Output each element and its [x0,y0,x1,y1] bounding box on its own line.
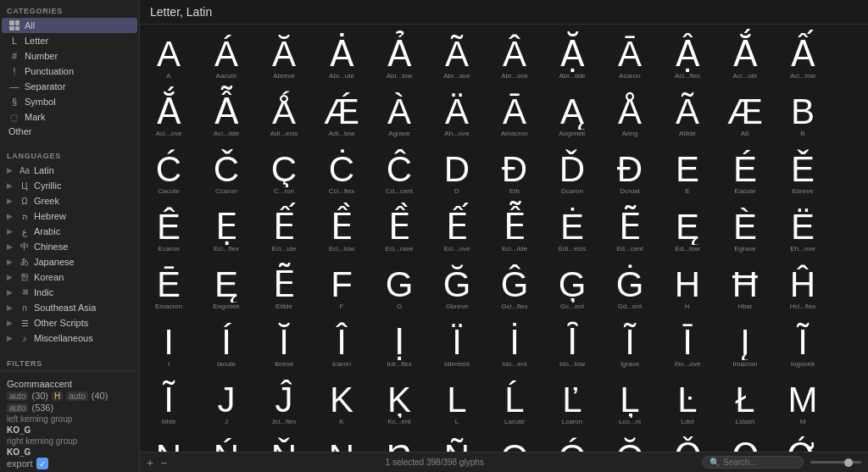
glyph-cell[interactable]: ÃAtilde [659,82,716,140]
glyph-cell[interactable]: ĠGd...ent [601,255,659,313]
glyph-cell[interactable]: ŇNcaron [255,428,313,452]
glyph-cell[interactable]: ẪAci...ilde [198,82,255,140]
glyph-cell[interactable]: ĆCacute [140,140,198,197]
glyph-cell[interactable]: ĚEbreve [774,140,832,197]
glyph-cell[interactable]: ỀEci...rave [370,197,428,255]
sidebar-item-miscellaneous[interactable]: ▶ ♪ Miscellaneous [0,330,139,346]
zoom-slider[interactable] [810,461,861,464]
glyph-cell[interactable]: ĨIgrave [601,313,659,370]
sidebar-item-all[interactable]: All [2,18,137,33]
glyph-cell[interactable]: ĦHbar [716,255,774,313]
glyph-cell[interactable]: FF [313,255,370,313]
glyph-cell[interactable]: ĈCd...cent [370,140,428,197]
sidebar-item-other[interactable]: Other [2,125,137,138]
sidebar-item-japanese[interactable]: ▶ あ Japanese [0,254,139,269]
glyph-cell[interactable]: ĘEogonek [198,255,255,313]
glyph-cell[interactable]: ÈEgrave [716,197,774,255]
sidebar-item-latin[interactable]: ▶ Aa Latin [0,163,139,178]
glyph-cell[interactable]: ĜGci...flex [486,255,543,313]
glyph-cell[interactable]: ỀEcl...tow [313,197,370,255]
sidebar-item-separator[interactable]: — Separator [2,79,137,94]
glyph-cell[interactable]: ĀAcaron [601,25,659,82]
glyph-cell[interactable]: ĢGc...ent [543,255,601,313]
glyph-cell[interactable]: ỚOci...ute [774,428,832,452]
glyph-cell[interactable]: ÄAh...ove [428,82,486,140]
glyph-cell[interactable]: ẾEci...ove [428,197,486,255]
glyph-cell[interactable]: ŅNc...ent [313,428,370,452]
glyph-cell[interactable]: NN [140,428,198,452]
glyph-cell[interactable]: ȊIdo...tow [543,313,601,370]
glyph-cell[interactable]: ĻLco...nt [601,370,659,428]
glyph-cell[interactable]: ÊEcaron [140,197,198,255]
glyph-cell[interactable]: ÐEth [486,140,543,197]
glyph-cell[interactable]: ỊIcir...flex [370,313,428,370]
glyph-cell[interactable]: EE [659,140,716,197]
remove-glyph-button[interactable]: − [160,456,167,469]
glyph-cell[interactable]: ǺAdi...esis [255,82,313,140]
glyph-cell[interactable]: ŊEng [370,428,428,452]
sidebar-item-chinese[interactable]: ▶ 中 Chinese [0,239,139,254]
glyph-cell[interactable]: ȦAbr...ute [313,25,370,82]
glyph-cell[interactable]: ĴJci...flex [255,370,313,428]
glyph-cell[interactable]: ẮAci...ove [140,82,198,140]
glyph-cell[interactable]: GG [370,255,428,313]
glyph-cell[interactable]: KK [313,370,370,428]
glyph-cell[interactable]: ÁAacute [198,25,255,82]
glyph-cell[interactable]: ẼEtilde [255,255,313,313]
glyph-cell[interactable]: ĄAogonek [543,82,601,140]
glyph-cell[interactable]: ỄEci...ilde [486,197,543,255]
glyph-cell[interactable]: ĨItilde [140,370,198,428]
sidebar-item-letter[interactable]: L Letter [2,33,137,48]
glyph-cell[interactable]: ĖEdi...esis [543,197,601,255]
sidebar-item-indic[interactable]: ▶ अ Indic [0,285,139,300]
glyph-cell[interactable]: ÉEacute [716,140,774,197]
glyph-cell[interactable]: ĐDcroat [601,140,659,197]
sidebar-item-southeast-asia[interactable]: ▶ ก Southeast Asia [0,300,139,315]
glyph-cell[interactable]: MM [774,370,832,428]
glyph-cell[interactable]: ËEh...ove [774,197,832,255]
sidebar-item-greek[interactable]: ▶ Ω Greek [0,193,139,208]
glyph-cell[interactable]: ĀAmacron [486,82,543,140]
glyph-cell[interactable]: ĿLdot [659,370,716,428]
glyph-cell[interactable]: ÀAgrave [370,82,428,140]
sidebar-item-other-scripts[interactable]: ▶ ☰ Other Scripts [0,315,139,330]
glyph-cell[interactable]: BB [774,82,832,140]
glyph-cell[interactable]: ǼAdl...tow [313,82,370,140]
glyph-cell[interactable]: ÏIdieresis [428,313,486,370]
glyph-cell[interactable]: ÍIacute [198,313,255,370]
glyph-cell[interactable]: ỌOci...flex [716,428,774,452]
glyph-cell[interactable]: ẢAbr...low [370,25,428,82]
glyph-cell[interactable]: ŃNacute [198,428,255,452]
glyph-cell[interactable]: OO [486,428,543,452]
glyph-cell[interactable]: ĮImacron [716,313,774,370]
glyph-cell[interactable]: ČCcaron [198,140,255,197]
glyph-cell[interactable]: ẶAbr...ilde [543,25,601,82]
glyph-cell[interactable]: JJ [198,370,255,428]
glyph-cell[interactable]: ẬAci...flex [659,25,716,82]
glyph-cell[interactable]: ĘEd...tow [659,197,716,255]
sidebar-item-cyrillic[interactable]: ▶ Ц Cyrillic [0,178,139,193]
glyph-cell[interactable]: DD [428,140,486,197]
glyph-cell[interactable]: ĪIho...ove [659,313,716,370]
slider-thumb[interactable] [844,458,853,467]
sidebar-item-symbol[interactable]: § Symbol [2,94,137,109]
glyph-cell[interactable]: ŎObreve [601,428,659,452]
glyph-cell[interactable]: ĹLacute [486,370,543,428]
glyph-cell[interactable]: HH [659,255,716,313]
glyph-cell[interactable]: ẮAci...ute [716,25,774,82]
glyph-cell[interactable]: ĽLcaron [543,370,601,428]
glyph-cell[interactable]: ÇC...ron [255,140,313,197]
add-glyph-button[interactable]: + [147,456,153,469]
glyph-cell[interactable]: ÅAring [601,82,659,140]
glyph-cell[interactable]: ŁLslash [716,370,774,428]
sidebar-item-punctuation[interactable]: ! Punctuation [2,64,137,79]
sidebar-item-arabic[interactable]: ▶ ع Arabic [0,224,139,239]
glyph-cell[interactable]: ÃAbr...ave [428,25,486,82]
glyph-cell[interactable]: ĒEmacron [140,255,198,313]
glyph-cell[interactable]: ĎDcaron [543,140,601,197]
sidebar-item-mark[interactable]: ◌ Mark [2,109,137,125]
glyph-cell[interactable]: ĶKc...ent [370,370,428,428]
glyph-cell[interactable]: ẾEci...ute [255,197,313,255]
glyph-cell[interactable]: ǑOcaron [659,428,716,452]
export-checkbox[interactable] [36,458,48,469]
